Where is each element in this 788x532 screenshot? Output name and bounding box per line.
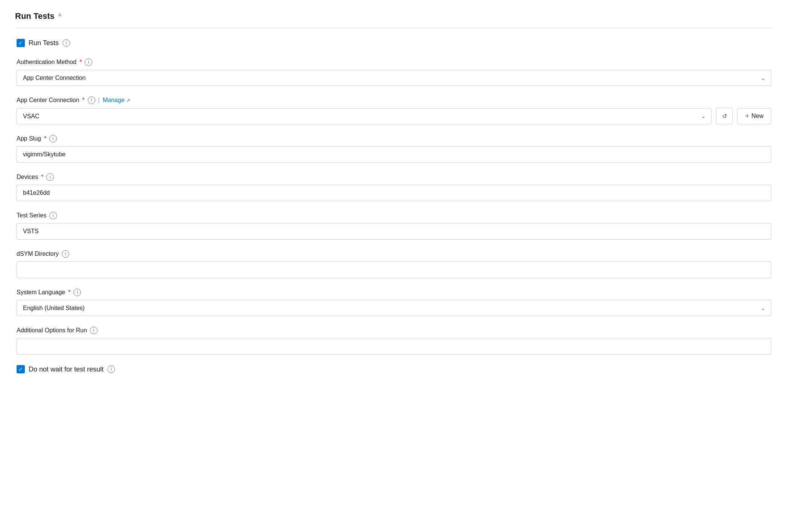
app-center-connection-select-wrapper: VSAC ⌄ xyxy=(17,108,712,124)
devices-input[interactable] xyxy=(17,185,771,201)
authentication-method-info-icon[interactable]: i xyxy=(85,58,92,66)
new-connection-button[interactable]: + New xyxy=(737,108,771,124)
devices-label-text: Devices xyxy=(17,174,38,180)
system-language-select[interactable]: English (United States) Spanish French G… xyxy=(17,300,771,316)
devices-label-row: Devices * i xyxy=(17,173,771,181)
authentication-method-group: Authentication Method * i App Center Con… xyxy=(17,58,771,86)
additional-options-group: Additional Options for Run i xyxy=(17,327,771,355)
external-link-icon: ↗ xyxy=(126,98,130,103)
run-tests-label: Run Tests xyxy=(29,39,59,47)
section-body: ✓ Run Tests i Authentication Method * i … xyxy=(15,39,773,373)
do-not-wait-label: Do not wait for test result xyxy=(29,365,104,373)
dsym-directory-label-text: dSYM Directory xyxy=(17,251,59,257)
authentication-method-label-text: Authentication Method xyxy=(17,59,76,66)
do-not-wait-checkbox[interactable]: ✓ xyxy=(17,365,25,373)
pipe-separator: | xyxy=(98,97,100,104)
app-slug-label-row: App Slug * i xyxy=(17,135,771,142)
authentication-method-required: * xyxy=(79,59,82,66)
test-series-label-text: Test Series xyxy=(17,212,46,219)
run-tests-checkbox[interactable]: ✓ xyxy=(17,39,25,47)
app-center-connection-info-icon[interactable]: i xyxy=(88,96,95,104)
authentication-method-label-row: Authentication Method * i xyxy=(17,58,771,66)
app-slug-required: * xyxy=(44,135,46,142)
section-title: Run Tests xyxy=(15,11,55,21)
app-center-connection-required: * xyxy=(82,97,84,104)
additional-options-label-text: Additional Options for Run xyxy=(17,327,87,334)
refresh-icon: ↺ xyxy=(722,113,727,120)
system-language-info-icon[interactable]: i xyxy=(73,289,81,296)
additional-options-input[interactable] xyxy=(17,338,771,355)
section-collapse-icon[interactable]: ^ xyxy=(58,12,61,20)
system-language-label-row: System Language * i xyxy=(17,289,771,296)
refresh-connection-button[interactable]: ↺ xyxy=(716,108,733,124)
run-tests-checkbox-row: ✓ Run Tests i xyxy=(17,39,771,47)
do-not-wait-checkbox-row: ✓ Do not wait for test result i xyxy=(17,365,771,373)
devices-group: Devices * i xyxy=(17,173,771,201)
additional-options-info-icon[interactable]: i xyxy=(90,327,98,334)
app-center-connection-select[interactable]: VSAC xyxy=(17,108,712,124)
plus-icon: + xyxy=(745,112,749,120)
dsym-directory-group: dSYM Directory i xyxy=(17,250,771,278)
do-not-wait-info-icon[interactable]: i xyxy=(107,365,115,373)
page-container: Run Tests ^ ✓ Run Tests i Authentication… xyxy=(0,0,788,532)
dsym-directory-info-icon[interactable]: i xyxy=(62,250,69,258)
authentication-method-select[interactable]: App Center Connection API Token xyxy=(17,70,771,86)
run-tests-checkmark: ✓ xyxy=(18,40,23,46)
test-series-label-row: Test Series i xyxy=(17,212,771,219)
app-center-connection-label-text: App Center Connection xyxy=(17,97,79,104)
additional-options-label-row: Additional Options for Run i xyxy=(17,327,771,334)
app-slug-input[interactable] xyxy=(17,146,771,163)
manage-link-text: Manage xyxy=(103,97,125,104)
app-slug-label-text: App Slug xyxy=(17,135,41,142)
app-slug-group: App Slug * i xyxy=(17,135,771,163)
dsym-directory-input[interactable] xyxy=(17,261,771,278)
system-language-group: System Language * i English (United Stat… xyxy=(17,289,771,316)
app-center-connection-label-row: App Center Connection * i | Manage ↗ xyxy=(17,96,771,104)
system-language-label-text: System Language xyxy=(17,289,65,296)
test-series-input[interactable] xyxy=(17,223,771,240)
section-header: Run Tests ^ xyxy=(15,11,773,28)
test-series-group: Test Series i xyxy=(17,212,771,240)
dsym-directory-label-row: dSYM Directory i xyxy=(17,250,771,258)
system-language-required: * xyxy=(68,289,70,296)
manage-link[interactable]: Manage ↗ xyxy=(103,97,130,104)
app-center-connection-group: App Center Connection * i | Manage ↗ VSA… xyxy=(17,96,771,124)
run-tests-info-icon[interactable]: i xyxy=(63,39,70,47)
devices-required: * xyxy=(41,174,43,180)
system-language-select-wrapper: English (United States) Spanish French G… xyxy=(17,300,771,316)
new-button-label: New xyxy=(751,113,764,119)
connection-row: VSAC ⌄ ↺ + New xyxy=(17,108,771,124)
devices-info-icon[interactable]: i xyxy=(46,173,54,181)
do-not-wait-checkmark: ✓ xyxy=(18,367,23,372)
authentication-method-select-wrapper: App Center Connection API Token ⌄ xyxy=(17,70,771,86)
app-slug-info-icon[interactable]: i xyxy=(49,135,57,142)
test-series-info-icon[interactable]: i xyxy=(49,212,57,219)
